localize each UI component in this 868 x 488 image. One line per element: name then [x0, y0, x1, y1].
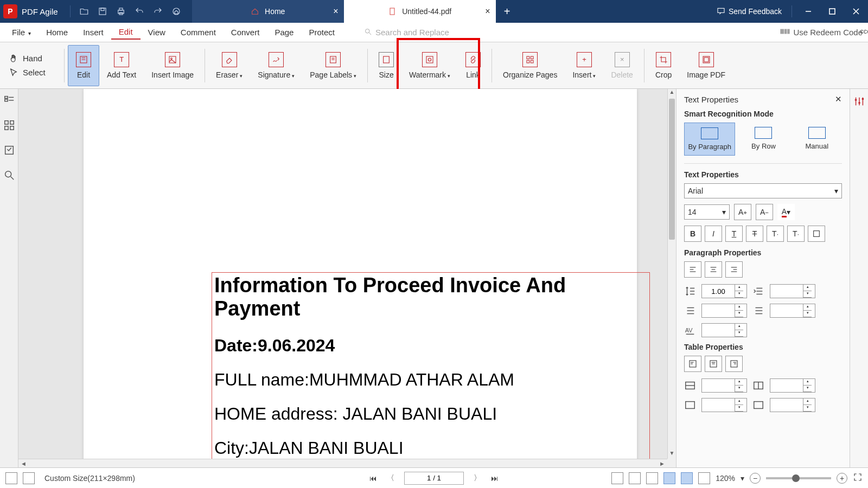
menu-view[interactable]: View — [141, 25, 173, 39]
send-feedback-button[interactable]: Send Feedback — [717, 7, 782, 17]
crop-button[interactable]: Crop — [648, 45, 679, 86]
size-button[interactable]: Size — [371, 45, 401, 86]
cell-pad-top-input[interactable]: ▴▾ — [701, 398, 747, 412]
zoom-slider[interactable] — [766, 477, 831, 479]
open-icon[interactable] — [78, 5, 90, 17]
cell-align-center-button[interactable] — [705, 356, 722, 372]
page-labels-button[interactable]: Page Labels — [302, 45, 364, 86]
minimize-button[interactable] — [796, 0, 820, 23]
mode-manual[interactable]: Manual — [792, 123, 842, 156]
prev-page-doc-icon[interactable] — [5, 472, 17, 484]
zoom-out-button[interactable]: − — [750, 473, 761, 484]
cell-height-input[interactable]: ▴▾ — [770, 378, 815, 393]
select-tool[interactable]: Select — [9, 68, 61, 78]
align-center-button[interactable] — [705, 261, 722, 278]
align-left-button[interactable] — [684, 261, 701, 278]
cell-pad-bottom-input[interactable]: ▴▾ — [770, 398, 815, 412]
insert-image-button[interactable]: Insert Image — [144, 45, 201, 86]
grow-font-button[interactable]: A+ — [734, 204, 751, 220]
eraser-button[interactable]: Eraser — [208, 45, 250, 86]
undo-icon[interactable] — [133, 5, 145, 17]
watermark-button[interactable]: Watermark — [401, 45, 458, 86]
edit-button[interactable]: Edit — [68, 45, 99, 86]
font-size-select[interactable]: 14▾ — [684, 204, 730, 220]
menu-convert[interactable]: Convert — [224, 25, 267, 39]
superscript-button[interactable]: T· — [767, 226, 784, 242]
font-family-select[interactable]: Arial▾ — [684, 183, 842, 198]
image-pdf-button[interactable]: Image PDF — [679, 45, 733, 86]
maximize-button[interactable] — [820, 0, 844, 23]
close-window-button[interactable] — [844, 0, 868, 23]
prev-page-icon[interactable]: 〈 — [387, 473, 394, 483]
next-page-icon[interactable]: 〉 — [474, 473, 481, 483]
redeem-code-button[interactable]: Use Redeem Code — [780, 28, 863, 37]
link-button[interactable]: Link — [458, 45, 488, 86]
vertical-scrollbar[interactable]: ▲ ▼ — [667, 89, 676, 459]
bold-button[interactable]: B — [684, 226, 701, 242]
last-page-icon[interactable]: ⏭ — [491, 474, 499, 483]
menu-page[interactable]: Page — [267, 25, 301, 39]
cell-align-left-button[interactable] — [684, 356, 701, 372]
search-panel-icon[interactable] — [3, 169, 15, 181]
print-icon[interactable] — [115, 5, 127, 17]
zoom-in-button[interactable]: + — [837, 473, 847, 484]
underline-button[interactable]: T — [725, 226, 743, 242]
redo-icon[interactable] — [152, 5, 164, 17]
close-icon[interactable]: × — [333, 7, 338, 16]
menu-home[interactable]: Home — [39, 25, 75, 39]
italic-button[interactable]: I — [705, 226, 722, 242]
scroll-down-icon[interactable]: ▼ — [668, 450, 676, 459]
settings-icon[interactable] — [853, 95, 865, 107]
document-canvas[interactable]: Information To Proceed Invoice And Payme… — [18, 89, 667, 467]
bookmarks-icon[interactable] — [3, 119, 15, 131]
home-qat-icon[interactable] — [170, 5, 182, 17]
space-after-input[interactable]: ▴▾ — [770, 304, 815, 318]
search-replace[interactable]: Search and Replace — [364, 28, 449, 37]
save-icon[interactable] — [97, 5, 108, 17]
insert-page-button[interactable]: +Insert — [565, 45, 603, 86]
scroll-thumb[interactable] — [669, 99, 675, 240]
scroll-up-icon[interactable]: ▲ — [668, 89, 676, 98]
font-color-button[interactable]: A ▾ — [777, 204, 795, 220]
fullscreen-icon[interactable] — [853, 472, 863, 484]
hand-tool[interactable]: Hand — [9, 54, 61, 63]
menu-insert[interactable]: Insert — [75, 25, 111, 39]
two-page-icon[interactable] — [698, 472, 710, 484]
mode-by-paragraph[interactable]: By Paragraph — [684, 123, 735, 156]
mode-by-row[interactable]: By Row — [738, 123, 788, 156]
menu-edit[interactable]: Edit — [111, 25, 141, 40]
organize-pages-button[interactable]: Organize Pages — [495, 45, 565, 86]
zoom-dropdown-icon[interactable]: ▾ — [741, 474, 744, 483]
single-page-icon[interactable] — [663, 472, 675, 484]
delete-page-button[interactable]: ×Delete — [603, 45, 640, 86]
cell-align-right-button[interactable] — [725, 356, 743, 372]
fit-page-icon[interactable] — [629, 472, 641, 484]
thumbnails-icon[interactable] — [3, 94, 15, 106]
signature-button[interactable]: Signature — [250, 45, 302, 86]
close-panel-icon[interactable]: ✕ — [835, 94, 842, 104]
subscript-button[interactable]: T· — [787, 226, 805, 242]
close-icon[interactable]: × — [485, 7, 490, 16]
horizontal-scrollbar[interactable]: ◄► — [18, 459, 667, 467]
menu-protect[interactable]: Protect — [301, 25, 342, 39]
next-page-doc-icon[interactable] — [23, 472, 35, 484]
char-spacing-input[interactable]: ▴▾ — [701, 323, 747, 337]
menu-file[interactable]: File — [4, 25, 39, 39]
space-before-input[interactable]: ▴▾ — [701, 304, 747, 318]
text-selection-box[interactable]: Information To Proceed Invoice And Payme… — [212, 272, 650, 467]
new-tab-button[interactable]: + — [496, 0, 519, 23]
line-height-input[interactable]: ▴▾ — [701, 284, 747, 298]
cell-width-input[interactable]: ▴▾ — [701, 378, 747, 393]
add-text-button[interactable]: TAdd Text — [99, 45, 144, 86]
actual-size-icon[interactable] — [646, 472, 658, 484]
strikethrough-button[interactable]: T — [746, 226, 763, 242]
indent-left-input[interactable]: ▴▾ — [770, 284, 815, 298]
page-number-input[interactable] — [404, 472, 464, 485]
first-page-icon[interactable]: ⏮ — [369, 474, 377, 483]
shrink-font-button[interactable]: A− — [756, 204, 773, 220]
form-icon[interactable] — [3, 144, 15, 156]
tab-home[interactable]: Home × — [192, 0, 344, 23]
highlight-button[interactable] — [808, 226, 825, 242]
align-right-button[interactable] — [725, 261, 743, 278]
menu-comment[interactable]: Comment — [173, 25, 224, 39]
